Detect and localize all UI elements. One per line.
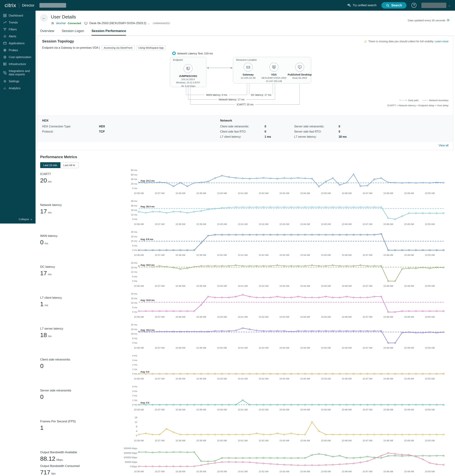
- vda-node[interactable]: VDA NEXUS\MY-SVDA-2503 10.147.193.148: [260, 63, 287, 82]
- tab-overview[interactable]: Overview: [40, 29, 54, 36]
- svg-text:Avg: 19.2 ms: Avg: 19.2 ms: [140, 329, 155, 331]
- tab-session-performance[interactable]: Session Performance: [91, 29, 126, 36]
- svg-text:10:50 AM: 10:50 AM: [425, 285, 435, 287]
- unified-search-label: Try unified search: [353, 4, 376, 7]
- svg-text:10:43 AM: 10:43 AM: [279, 254, 289, 256]
- svg-text:10:44 AM: 10:44 AM: [300, 377, 310, 380]
- gateway-icon: [244, 63, 252, 72]
- svg-text:10:40 AM: 10:40 AM: [217, 408, 227, 411]
- hdx-rows: HDX Connection Type:HDXProtocol:TCP: [42, 125, 211, 133]
- icartt-chart[interactable]: 0 ms20 ms40 ms60 ms80 ms10:36 AM10:37 AM…: [124, 169, 445, 199]
- toggle-last-15-min[interactable]: Last 15 min: [40, 162, 60, 168]
- svg-text:Avg: 9.9 ms: Avg: 9.9 ms: [140, 238, 153, 241]
- sidebar-item-infrastructure[interactable]: Infrastructure: [0, 61, 36, 67]
- server-retransmits-chart[interactable]: 0 ms1 ms2 ms3 ms4 ms10:36 AM10:37 AM10:3…: [124, 385, 445, 415]
- svg-text:3 ms: 3 ms: [132, 390, 137, 393]
- svg-text:6 ms: 6 ms: [132, 275, 137, 278]
- chevron-down-icon: ⌄: [148, 22, 150, 25]
- sidebar-item-cost-optimization[interactable]: Cost optimization: [0, 54, 36, 61]
- chart-row-icartt: ICARTT20ms0 ms20 ms40 ms60 ms80 ms10:36 …: [36, 169, 455, 199]
- status-badge: Connected: [68, 22, 81, 25]
- sidebar-item-integrations-and-data-exports[interactable]: Integrations and data exports: [0, 67, 36, 78]
- l7-client-latency-chart[interactable]: 0 ms5 ms10 ms15 ms20 ms10:36 AM10:37 AM1…: [124, 292, 445, 322]
- machine-selector[interactable]: Desk-Sk-2503 (NEXUS\MY-SVDA-2503:2) ⌄: [89, 22, 150, 25]
- chart-meta-fps: Frames Per Second (FPS)1: [40, 416, 124, 433]
- svg-text:10:47 AM: 10:47 AM: [363, 285, 372, 287]
- svg-text:10:39 AM: 10:39 AM: [196, 315, 206, 318]
- topbar: citrix Director Try unified search Searc…: [0, 0, 455, 11]
- sidebar-item-filters[interactable]: Filters: [0, 26, 36, 33]
- sidebar-item-alerts[interactable]: Alerts: [0, 33, 36, 40]
- dc-latency-chart[interactable]: 0 ms6 ms12 ms18 ms24 ms10:36 AM10:37 AM1…: [124, 261, 445, 291]
- svg-text:20 ms: 20 ms: [131, 292, 137, 295]
- sidebar-item-dashboard[interactable]: Dashboard: [0, 12, 36, 19]
- kv-hdx-connection-type: HDX Connection Type:HDX: [42, 125, 211, 128]
- sidebar-item-probes[interactable]: Probes: [0, 47, 36, 54]
- svg-text:12: 12: [135, 421, 137, 423]
- svg-text:10:36 AM: 10:36 AM: [134, 439, 144, 442]
- unified-search-link[interactable]: Try unified search: [348, 4, 376, 7]
- svg-text:10:48 AM: 10:48 AM: [383, 377, 393, 380]
- l7-server-latency-chart[interactable]: 0 ms8 ms16 ms24 ms32 ms10:36 AM10:37 AM1…: [124, 323, 445, 353]
- svg-text:10:41 AM: 10:41 AM: [238, 223, 248, 226]
- network-latency-chart[interactable]: 0 ms12 ms24 ms36 ms48 ms10:36 AM10:37 AM…: [124, 199, 445, 230]
- svg-text:10:40 AM: 10:40 AM: [217, 347, 227, 349]
- client-retransmits-chart[interactable]: 0 ms1 ms2 ms3 ms4 ms10:36 AM10:37 AM10:3…: [124, 354, 445, 384]
- svg-text:10:38 AM: 10:38 AM: [175, 315, 185, 318]
- svg-text:10:41 AM: 10:41 AM: [238, 315, 248, 318]
- kv-server-side-fast-rto: Server side fast RTO:0: [294, 130, 347, 133]
- chart-meta-network-latency: Network latency17ms: [40, 199, 124, 217]
- view-all-link[interactable]: View all: [439, 144, 448, 147]
- endpoint-node[interactable]: JUMPMACH01 103.14.255.9 Windows, 24.11.0…: [175, 64, 201, 88]
- svg-text:10:46 AM: 10:46 AM: [342, 470, 352, 473]
- svg-text:10:48 AM: 10:48 AM: [383, 439, 393, 442]
- svg-text:10:38 AM: 10:38 AM: [175, 285, 185, 287]
- monitor-icon: [84, 22, 88, 25]
- toggle-last-48-hr[interactable]: Last 48 hr: [60, 162, 79, 168]
- svg-text:10:48 AM: 10:48 AM: [383, 470, 393, 473]
- svg-text:10:46 AM: 10:46 AM: [342, 377, 352, 380]
- kv-protocol: Protocol:TCP: [42, 130, 211, 133]
- svg-text:8 ms: 8 ms: [132, 337, 137, 340]
- svg-text:4 ms: 4 ms: [132, 385, 137, 388]
- svg-text:20 ms: 20 ms: [131, 231, 137, 233]
- user-menu[interactable]: ⌄: [421, 3, 450, 8]
- back-button[interactable]: ←: [40, 14, 48, 22]
- tab-session-logon[interactable]: Session Logon: [62, 29, 84, 36]
- sidebar-collapse-button[interactable]: Collapse «: [0, 215, 36, 224]
- svg-text:4: 4: [136, 430, 137, 432]
- refresh-icon[interactable]: ⟳: [447, 18, 450, 22]
- sidebar-item-analytics[interactable]: Analytics: [0, 85, 36, 92]
- kv-l7-server-latency: L7 server latency:18 ms: [294, 135, 347, 138]
- topology-diagram: Network Latency Test: 229 ms Endpoint Re…: [38, 51, 453, 114]
- alerts-icon: [3, 35, 7, 38]
- help-icon[interactable]: ?: [411, 3, 416, 8]
- sidebar-item-trends[interactable]: Trends: [0, 19, 36, 26]
- svg-text:10:44 AM: 10:44 AM: [300, 408, 310, 411]
- metric-value: 0: [40, 393, 124, 400]
- svg-text:200000 Kbps: 200000 Kbps: [124, 447, 137, 450]
- bandwidth-chart[interactable]: 0 Kbps50000 Kbps100000 Kbps150000 Kbps20…: [124, 447, 445, 476]
- cost-icon: [3, 56, 7, 59]
- fps-chart[interactable]: 048121610:36 AM10:37 AM10:38 AM10:39 AM1…: [124, 416, 445, 446]
- svg-text:10:38 AM: 10:38 AM: [175, 192, 185, 194]
- published-desktop-node[interactable]: Published Desktop Desk-Sk-2503: [286, 63, 313, 79]
- learn-more-link[interactable]: Learn more: [435, 40, 448, 43]
- search-button[interactable]: Search: [382, 2, 406, 8]
- chart-meta-server-retransmits: Server side retransmits0: [40, 385, 124, 403]
- svg-text:10:41 AM: 10:41 AM: [238, 347, 248, 349]
- user-link[interactable]: skumar: [56, 22, 66, 25]
- wan-latency-chart[interactable]: 0 ms5 ms10 ms15 ms20 ms10:36 AM10:37 AM1…: [124, 230, 445, 260]
- svg-text:10:48 AM: 10:48 AM: [383, 408, 393, 411]
- svg-text:10:39 AM: 10:39 AM: [196, 439, 206, 442]
- chart-row-wan-latency: WAN latency0ms0 ms5 ms10 ms15 ms20 ms10:…: [36, 230, 455, 261]
- network-latency-label: Network latency: 17 ms: [217, 98, 246, 101]
- svg-text:10:43 AM: 10:43 AM: [279, 377, 289, 380]
- gateway-node[interactable]: Gateway 10.109.131.98: [235, 63, 261, 79]
- metric-value: 717bps: [40, 469, 124, 476]
- sidebar-item-applications[interactable]: Applications: [0, 40, 36, 47]
- topology-title: Session Topology: [42, 39, 166, 43]
- svg-text:10:43 AM: 10:43 AM: [279, 285, 289, 287]
- sidebar-item-settings[interactable]: Settings: [0, 78, 36, 85]
- svg-text:10:38 AM: 10:38 AM: [175, 347, 185, 349]
